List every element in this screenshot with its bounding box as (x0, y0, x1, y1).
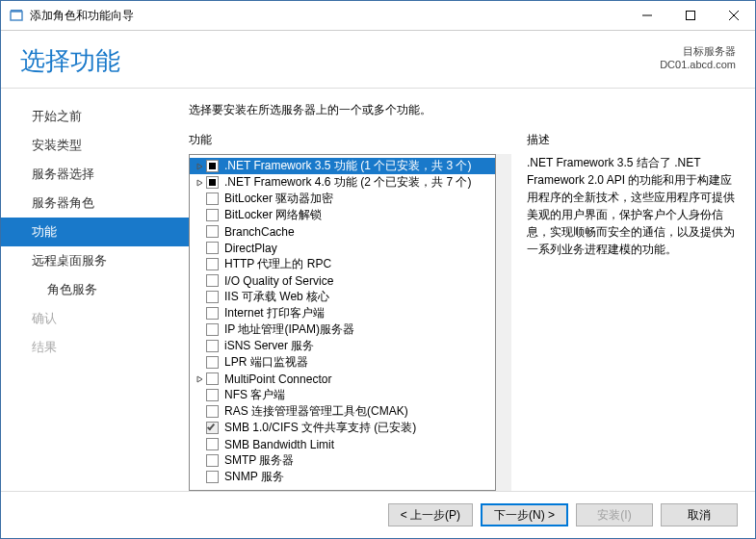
feature-checkbox[interactable] (206, 471, 219, 483)
feature-row[interactable]: LPR 端口监视器 (190, 354, 495, 371)
feature-row[interactable]: Internet 打印客户端 (190, 305, 495, 321)
feature-checkbox[interactable] (206, 356, 219, 369)
feature-row[interactable]: RAS 连接管理器管理工具包(CMAK) (190, 403, 495, 420)
wizard-window: 添加角色和功能向导 选择功能 目标服务器 DC01.abcd.com 开始之前 … (0, 0, 756, 539)
feature-label: I/O Quality of Service (224, 274, 333, 288)
expand-icon (196, 424, 204, 433)
sidebar-item-installation-type[interactable]: 安装类型 (1, 131, 189, 160)
expand-icon (196, 276, 204, 286)
feature-label: SNMP 服务 (224, 469, 284, 485)
feature-row[interactable]: .NET Framework 3.5 功能 (1 个已安装，共 3 个) (190, 158, 495, 174)
feature-row[interactable]: IIS 可承载 Web 核心 (190, 289, 495, 305)
feature-checkbox[interactable] (206, 372, 219, 385)
feature-checkbox[interactable] (206, 242, 219, 254)
feature-checkbox[interactable] (206, 307, 219, 320)
feature-label: Internet 打印客户端 (224, 305, 325, 321)
description-label: 描述 (527, 132, 738, 148)
feature-row[interactable]: .NET Framework 4.6 功能 (2 个已安装，共 7 个) (190, 174, 495, 191)
feature-label: SMTP 服务器 (224, 452, 294, 469)
feature-label: SMB 1.0/CIFS 文件共享支持 (已安装) (224, 420, 416, 436)
content-columns: 功能 .NET Framework 3.5 功能 (1 个已安装，共 3 个).… (189, 132, 738, 491)
feature-label: RAS 连接管理器管理工具包(CMAK) (224, 403, 408, 420)
footer: < 上一步(P) 下一步(N) > 安装(I) 取消 (1, 491, 755, 538)
sidebar-item-features[interactable]: 功能 (1, 218, 189, 246)
cancel-button[interactable]: 取消 (661, 503, 738, 526)
feature-label: .NET Framework 3.5 功能 (1 个已安装，共 3 个) (224, 158, 471, 174)
feature-label: NFS 客户端 (224, 387, 285, 403)
sidebar-item-results: 结果 (1, 333, 189, 362)
feature-row[interactable]: DirectPlay (190, 240, 495, 256)
close-button[interactable] (712, 2, 755, 29)
target-server-info: 目标服务器 DC01.abcd.com (660, 44, 736, 78)
page-title: 选择功能 (20, 44, 660, 78)
feature-row[interactable]: BitLocker 驱动器加密 (190, 191, 495, 207)
feature-checkbox[interactable] (206, 209, 219, 221)
previous-button[interactable]: < 上一步(P) (388, 503, 473, 526)
feature-checkbox[interactable] (206, 192, 219, 205)
install-button: 安装(I) (576, 503, 653, 526)
scrollbar[interactable] (496, 154, 511, 491)
feature-checkbox[interactable] (206, 323, 219, 336)
svg-rect-0 (11, 12, 22, 20)
feature-label: .NET Framework 4.6 功能 (2 个已安装，共 7 个) (224, 174, 471, 191)
feature-row[interactable]: iSNS Server 服务 (190, 338, 495, 354)
sidebar-item-remote-desktop-services[interactable]: 远程桌面服务 (1, 246, 189, 275)
expand-icon (196, 342, 204, 351)
feature-checkbox[interactable] (206, 389, 219, 401)
feature-checkbox[interactable] (206, 340, 219, 352)
features-listbox[interactable]: .NET Framework 3.5 功能 (1 个已安装，共 3 个).NET… (189, 154, 496, 491)
feature-row[interactable]: BitLocker 网络解锁 (190, 207, 495, 223)
feature-row[interactable]: BranchCache (190, 223, 495, 240)
next-button[interactable]: 下一步(N) > (481, 503, 568, 526)
expand-icon (196, 440, 204, 449)
feature-checkbox[interactable] (206, 176, 219, 189)
expand-icon[interactable] (196, 162, 204, 171)
feature-label: DirectPlay (224, 242, 277, 255)
instruction-text: 选择要安装在所选服务器上的一个或多个功能。 (189, 102, 738, 118)
svg-rect-3 (686, 12, 694, 20)
feature-label: IP 地址管理(IPAM)服务器 (224, 321, 354, 338)
feature-checkbox[interactable] (206, 291, 219, 303)
sidebar-item-before-you-begin[interactable]: 开始之前 (1, 102, 189, 131)
feature-checkbox[interactable] (206, 274, 219, 287)
window-title: 添加角色和功能向导 (30, 8, 625, 24)
feature-row[interactable]: SNMP 服务 (190, 469, 495, 485)
feature-row[interactable]: SMB Bandwidth Limit (190, 436, 495, 452)
expand-icon[interactable] (196, 374, 204, 384)
expand-icon[interactable] (196, 178, 204, 188)
features-label: 功能 (189, 132, 511, 148)
description-text: .NET Framework 3.5 结合了 .NET Framework 2.… (527, 154, 738, 258)
feature-checkbox[interactable] (206, 258, 219, 270)
feature-checkbox[interactable] (206, 438, 219, 450)
expand-icon (196, 227, 204, 237)
sidebar-item-server-selection[interactable]: 服务器选择 (1, 160, 189, 189)
expand-icon (196, 309, 204, 319)
feature-row[interactable]: NFS 客户端 (190, 387, 495, 403)
target-label: 目标服务器 (660, 44, 736, 59)
feature-checkbox[interactable] (206, 422, 219, 434)
feature-row[interactable]: HTTP 代理上的 RPC (190, 256, 495, 272)
feature-checkbox[interactable] (206, 160, 219, 172)
feature-row[interactable]: SMTP 服务器 (190, 452, 495, 469)
feature-row[interactable]: I/O Quality of Service (190, 272, 495, 289)
feature-label: MultiPoint Connector (224, 372, 331, 386)
feature-checkbox[interactable] (206, 225, 219, 238)
features-column: 功能 .NET Framework 3.5 功能 (1 个已安装，共 3 个).… (189, 132, 511, 491)
maximize-button[interactable] (668, 2, 712, 29)
expand-icon (196, 325, 204, 335)
titlebar: 添加角色和功能向导 (1, 1, 755, 31)
feature-label: BitLocker 驱动器加密 (224, 191, 333, 207)
app-icon (9, 8, 24, 23)
minimize-button[interactable] (625, 2, 668, 29)
feature-row[interactable]: IP 地址管理(IPAM)服务器 (190, 321, 495, 338)
feature-label: BranchCache (224, 225, 295, 239)
sidebar-item-role-services[interactable]: 角色服务 (1, 275, 189, 304)
feature-checkbox[interactable] (206, 454, 219, 467)
feature-row[interactable]: MultiPoint Connector (190, 371, 495, 387)
sidebar-item-server-roles[interactable]: 服务器角色 (1, 189, 189, 218)
expand-icon (196, 211, 204, 220)
feature-label: BitLocker 网络解锁 (224, 207, 322, 223)
feature-checkbox[interactable] (206, 405, 219, 418)
feature-row[interactable]: SMB 1.0/CIFS 文件共享支持 (已安装) (190, 420, 495, 436)
expand-icon (196, 473, 204, 482)
